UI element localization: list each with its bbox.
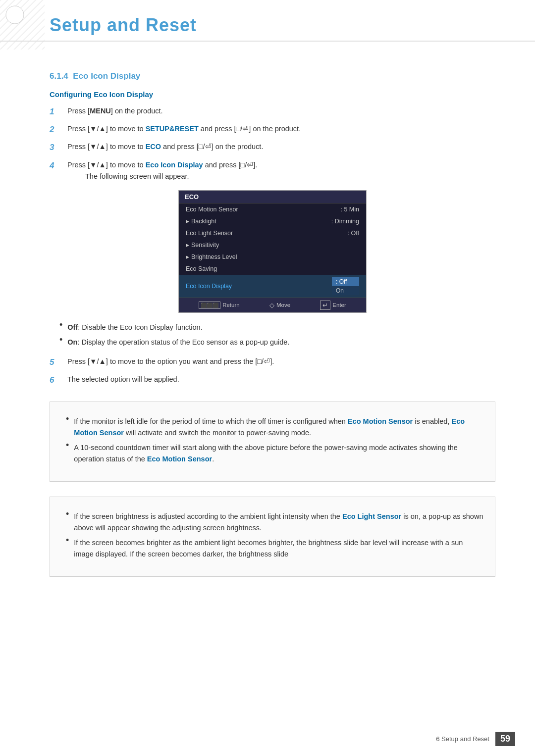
page-container: Setup and Reset 6.1.4 Eco Icon Display C…: [0, 0, 535, 756]
eco-menu-row: ▶ Backlight : Dimming: [179, 215, 366, 227]
bullet-item-on: • On: Display the operation status of th…: [59, 337, 495, 348]
eco-icon-display-row: Eco Icon Display : Off On: [179, 275, 366, 298]
eco-menu-row: ▶ Brightness Level: [179, 251, 366, 263]
page-title: Setup and Reset: [50, 15, 505, 36]
eco-menu-body: Eco Motion Sensor : 5 Min ▶ Backlight : …: [179, 203, 366, 298]
eco-menu-row: Eco Light Sensor : Off: [179, 227, 366, 239]
eco-menu-row: Eco Motion Sensor : 5 Min: [179, 203, 366, 215]
main-content: 6.1.4 Eco Icon Display Configuring Eco I…: [0, 61, 535, 621]
note-bullet-4: • If the screen becomes brighter as the …: [66, 537, 484, 559]
note-bullet-3: • If the screen brightness is adjusted a…: [66, 511, 484, 533]
note-box-2: • If the screen brightness is adjusted a…: [50, 497, 495, 577]
step-1: 1 Press [MENU] on the product.: [50, 105, 495, 118]
step-2: 2 Press [▼/▲] to move to SETUP&RESET and…: [50, 123, 495, 136]
eco-menu-row: ▶ Sensitivity: [179, 239, 366, 251]
step-6: 6 The selected option will be applied.: [50, 374, 495, 387]
page-header: Setup and Reset: [0, 0, 535, 42]
note-bullet-list-1: • If the monitor is left idle for the pe…: [66, 416, 484, 464]
eco-menu-screenshot: ECO Eco Motion Sensor : 5 Min ▶ Backligh…: [178, 190, 367, 313]
options-bullet-list: • Off: Disable the Eco Icon Display func…: [59, 322, 495, 348]
eco-menu-title: ECO: [179, 191, 366, 203]
page-footer: 6 Setup and Reset 59: [436, 732, 515, 746]
svg-point-2: [6, 6, 24, 24]
step-4: 4 Press [▼/▲] to move to Eco Icon Displa…: [50, 159, 495, 182]
section-heading: 6.1.4 Eco Icon Display: [50, 71, 495, 81]
note-box-1: • If the monitor is left idle for the pe…: [50, 402, 495, 482]
step-3: 3 Press [▼/▲] to move to ECO and press […: [50, 141, 495, 154]
step-5: 5 Press [▼/▲] to move to the option you …: [50, 356, 495, 369]
page-number: 59: [495, 732, 515, 746]
bullet-item-off: • Off: Disable the Eco Icon Display func…: [59, 322, 495, 333]
note-bullet-2: • A 10-second countdown timer will start…: [66, 442, 484, 464]
note-bullet-1: • If the monitor is left idle for the pe…: [66, 416, 484, 438]
subsection-heading: Configuring Eco Icon Display: [50, 90, 495, 99]
eco-menu-row: Eco Saving: [179, 263, 366, 275]
svg-rect-1: [0, 0, 45, 50]
stripe-decoration: [0, 0, 45, 50]
note-bullet-list-2: • If the screen brightness is adjusted a…: [66, 511, 484, 559]
steps-list-2: 5 Press [▼/▲] to move to the option you …: [50, 356, 495, 387]
eco-menu-footer: ⬛⬛⬛ Return ◇ Move ↵ Enter: [179, 298, 366, 312]
steps-list: 1 Press [MENU] on the product. 2 Press […: [50, 105, 495, 182]
